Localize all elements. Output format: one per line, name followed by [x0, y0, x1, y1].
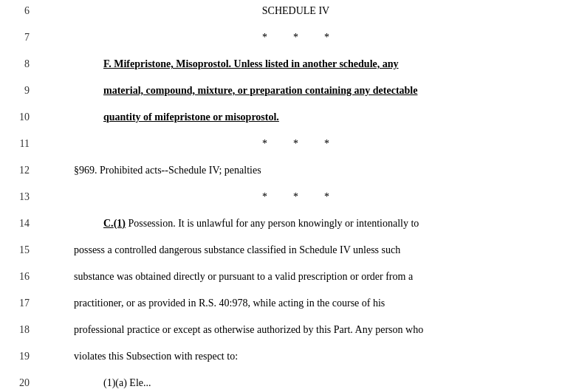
line-number: 9 [0, 83, 44, 97]
line-number: 16 [0, 269, 44, 283]
line-row: 13 * * * [0, 186, 562, 213]
line-row: 7 * * * [0, 27, 562, 53]
line-content: F. Mifepristone, Misoprostol. Unless lis… [44, 56, 562, 72]
asterisks-13: * * * [262, 191, 329, 202]
line-row: 16 substance was obtained directly or pu… [0, 266, 562, 292]
asterisks-7: * * * [262, 32, 329, 43]
line-row: 6 SCHEDULE IV [0, 0, 562, 27]
line-number: 20 [0, 376, 44, 389]
line-row: 9 material, compound, mixture, or prepar… [0, 80, 562, 106]
line-row: 14 C.(1) Possession. It is unlawful for … [0, 213, 562, 239]
line-number: 8 [0, 57, 44, 70]
line-content: * * * [44, 136, 562, 151]
line-row: 15 possess a controlled dangerous substa… [0, 239, 562, 266]
line-18-text: professional practice or except as other… [74, 324, 423, 335]
line-content: material, compound, mixture, or preparat… [44, 83, 562, 98]
line-row: 10 quantity of mifepristone or misoprost… [0, 106, 562, 133]
line-number: 17 [0, 296, 44, 309]
line-number: 13 [0, 190, 44, 203]
line-8-text: F. Mifepristone, Misoprostol. Unless lis… [103, 58, 399, 69]
line-number: 7 [0, 30, 44, 44]
line-content: substance was obtained directly or pursu… [44, 269, 562, 284]
line-number: 6 [0, 4, 44, 17]
line-number: 12 [0, 163, 44, 176]
line-number: 10 [0, 110, 44, 123]
line-17-text: practitioner, or as provided in R.S. 40:… [74, 298, 385, 309]
line-number: 11 [0, 137, 44, 150]
line-content: possess a controlled dangerous substance… [44, 242, 562, 258]
line-content: violates this Subsection with respect to… [44, 348, 562, 364]
line-9-text: material, compound, mixture, or preparat… [103, 85, 417, 96]
line-number: 14 [0, 216, 44, 230]
line-content: practitioner, or as provided in R.S. 40:… [44, 295, 562, 311]
line-16-text: substance was obtained directly or pursu… [74, 271, 413, 282]
asterisks-11: * * * [262, 138, 329, 149]
line-number: 15 [0, 243, 44, 256]
line-row: 11 * * * [0, 133, 562, 159]
line-content: quantity of mifepristone or misoprostol. [44, 109, 562, 125]
line-row: 12 §969. Prohibited acts--Schedule IV; p… [0, 159, 562, 186]
line-20-text: (1)(a) Ele... [103, 377, 151, 388]
line-12-text: §969. Prohibited acts--Schedule IV; pena… [74, 165, 261, 176]
line-19-text: violates this Subsection with respect to… [74, 351, 238, 362]
line-row: 17 practitioner, or as provided in R.S. … [0, 292, 562, 319]
line-number: 19 [0, 349, 44, 362]
line-14-text: C.(1) Possession. It is unlawful for any… [103, 218, 419, 229]
document: 6 SCHEDULE IV 7 * * * 8 F. Mifepristone,… [0, 0, 562, 392]
line-number: 18 [0, 323, 44, 336]
line-content: * * * [44, 30, 562, 45]
line-15-text: possess a controlled dangerous substance… [74, 244, 400, 255]
line-content: (1)(a) Ele... [44, 375, 562, 391]
line-row: 19 violates this Subsection with respect… [0, 345, 562, 372]
line-row: 18 professional practice or except as ot… [0, 319, 562, 345]
line-content: §969. Prohibited acts--Schedule IV; pena… [44, 162, 562, 178]
line-content: SCHEDULE IV [44, 3, 562, 18]
schedule-title: SCHEDULE IV [262, 5, 329, 16]
line-content: C.(1) Possession. It is unlawful for any… [44, 216, 562, 231]
line-row: 20 (1)(a) Ele... [0, 372, 562, 392]
line-10-text: quantity of mifepristone or misoprostol. [103, 111, 279, 123]
line-content: professional practice or except as other… [44, 322, 562, 337]
line-content: * * * [44, 189, 562, 204]
line-row: 8 F. Mifepristone, Misoprostol. Unless l… [0, 53, 562, 80]
